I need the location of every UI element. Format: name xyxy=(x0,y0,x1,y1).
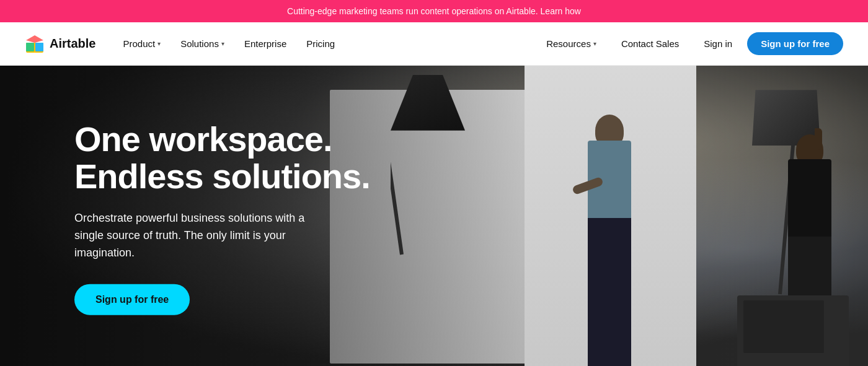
nav-item-solutions[interactable]: Solutions ▾ xyxy=(172,33,233,54)
signup-button-nav[interactable]: Sign up for free xyxy=(747,32,843,55)
svg-rect-2 xyxy=(35,43,43,51)
product-chevron-icon: ▾ xyxy=(157,40,161,47)
svg-marker-1 xyxy=(26,35,43,43)
logo-link[interactable]: Airtable xyxy=(25,34,95,54)
resources-chevron-icon: ▾ xyxy=(593,40,596,47)
hero-figures xyxy=(391,66,868,366)
contact-sales-button[interactable]: Contact Sales xyxy=(611,33,689,54)
nav-left: Product ▾ Solutions ▾ Enterprise Pricing xyxy=(114,33,536,54)
signup-button-hero[interactable]: Sign up for free xyxy=(74,284,190,315)
airtable-logo-icon xyxy=(25,34,45,54)
nav-item-resources[interactable]: Resources ▾ xyxy=(536,33,606,54)
nav-item-enterprise[interactable]: Enterprise xyxy=(236,33,295,54)
nav-item-pricing[interactable]: Pricing xyxy=(298,33,343,54)
nav-item-product[interactable]: Product ▾ xyxy=(114,33,169,54)
light-left xyxy=(391,75,465,131)
nav-right: Resources ▾ Contact Sales Sign in Sign u… xyxy=(536,32,843,55)
hero-subtext: Orchestrate powerful business solutions … xyxy=(74,210,316,262)
solutions-chevron-icon: ▾ xyxy=(221,40,224,47)
top-banner[interactable]: Cutting-edge marketing teams run content… xyxy=(0,0,868,22)
logo-text: Airtable xyxy=(50,37,95,51)
hero-section: One workspace. Endless solutions. Orches… xyxy=(0,66,868,366)
workstation xyxy=(737,295,849,366)
hero-headline: One workspace. Endless solutions. xyxy=(74,120,370,195)
sign-in-button[interactable]: Sign in xyxy=(694,33,742,54)
svg-rect-3 xyxy=(26,43,34,51)
banner-text: Cutting-edge marketing teams run content… xyxy=(287,6,581,16)
navbar: Airtable Product ▾ Solutions ▾ Enterpris… xyxy=(0,22,868,66)
hero-content: One workspace. Endless solutions. Orches… xyxy=(74,120,370,315)
figure-photographer xyxy=(582,122,637,366)
